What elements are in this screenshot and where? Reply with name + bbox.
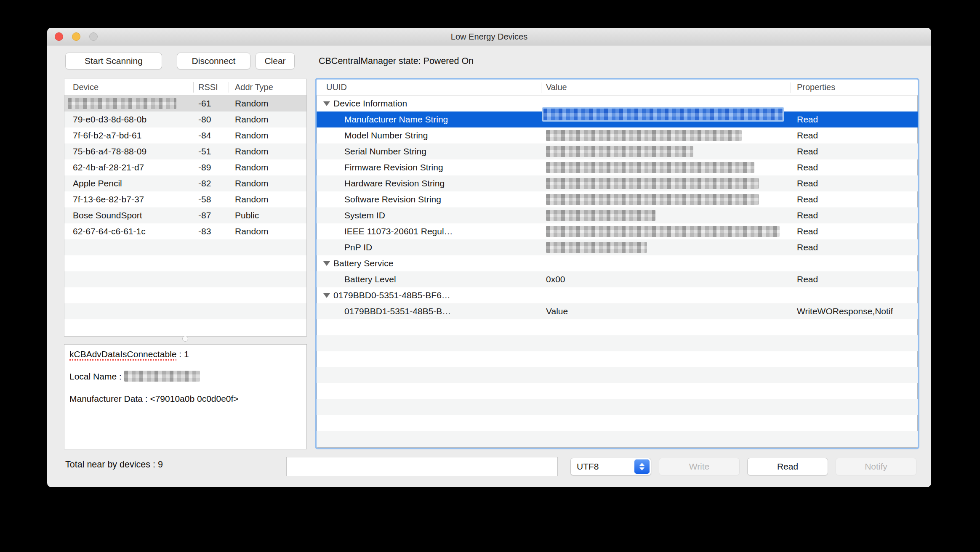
popup-stepper-icon: [634, 459, 650, 474]
redacted-value: [546, 146, 693, 157]
empty-row: [317, 319, 918, 335]
notify-button: Notify: [836, 458, 916, 475]
characteristic-row[interactable]: Hardware Revision StringRead: [317, 175, 918, 191]
column-header-rssi[interactable]: RSSI: [193, 82, 229, 92]
encoding-popup-label: UTF8: [577, 462, 599, 471]
redacted-value: [546, 178, 759, 189]
characteristic-row[interactable]: Battery Level0x00Read: [317, 271, 918, 287]
empty-row: [317, 383, 918, 399]
adv-manufacturer-data-line: Manufacturer Data : <79010a0b 0c0d0e0f>: [69, 393, 239, 405]
adv-connectable-value: : 1: [176, 349, 189, 359]
characteristic-row[interactable]: Model Number StringRead: [317, 127, 918, 143]
redacted-local-name: [124, 371, 200, 382]
empty-row: [64, 271, 306, 287]
characteristic-row[interactable]: Firmware Revision StringRead: [317, 159, 918, 175]
characteristic-row[interactable]: Serial Number StringRead: [317, 143, 918, 159]
redacted-value: [546, 226, 780, 237]
total-devices-label: Total near by devices : 9: [65, 459, 163, 470]
empty-row: [317, 415, 918, 431]
service-group-row[interactable]: Battery Service: [317, 255, 918, 271]
chevron-down-icon: [639, 467, 644, 470]
column-divider: [229, 82, 229, 93]
device-row[interactable]: Apple Pencil-82Random: [64, 175, 306, 191]
title-bar[interactable]: Low Energy Devices: [47, 28, 931, 45]
write-value-input[interactable]: [286, 457, 558, 476]
empty-row: [317, 399, 918, 415]
clear-button[interactable]: Clear: [256, 53, 295, 69]
device-row[interactable]: 62-67-64-c6-61-1c-83Random: [64, 223, 306, 239]
disclosure-triangle-icon[interactable]: [323, 101, 330, 106]
advertisement-data-panel: kCBAdvDataIsConnectable : 1 Local Name :…: [64, 344, 307, 449]
chevron-up-icon: [639, 463, 644, 466]
empty-row: [317, 335, 918, 351]
encoding-popup[interactable]: UTF8: [570, 458, 651, 475]
device-table-header[interactable]: Device RSSI Addr Type: [64, 79, 306, 96]
empty-row: [64, 319, 306, 335]
services-table-header[interactable]: UUID Value Properties: [317, 80, 918, 96]
column-header-value[interactable]: Value: [541, 82, 791, 92]
redacted-device-name: [68, 98, 176, 109]
adv-local-name-line: Local Name :: [69, 370, 200, 383]
empty-row: [317, 351, 918, 367]
empty-row: [317, 367, 918, 383]
device-row[interactable]: Bose SoundSport-87Public: [64, 207, 306, 223]
window-title: Low Energy Devices: [47, 28, 931, 45]
characteristic-row[interactable]: 0179BBD1-5351-48B5-B…ValueWriteWORespons…: [317, 303, 918, 319]
device-rows: -61Random79-e0-d3-8d-68-0b-80Random7f-6f…: [64, 96, 306, 335]
adv-connectable-key: kCBAdvDataIsConnectable: [69, 349, 176, 359]
column-header-addr-type[interactable]: Addr Type: [229, 82, 306, 92]
read-button[interactable]: Read: [747, 458, 828, 475]
empty-row: [317, 431, 918, 447]
empty-row: [64, 255, 306, 271]
start-scanning-button[interactable]: Start Scanning: [65, 53, 162, 69]
characteristic-row[interactable]: PnP IDRead: [317, 239, 918, 255]
device-table: Device RSSI Addr Type -61Random79-e0-d3-…: [64, 79, 307, 337]
column-divider: [791, 82, 791, 93]
disclosure-triangle-icon[interactable]: [323, 293, 330, 298]
disconnect-button[interactable]: Disconnect: [177, 53, 250, 69]
column-header-device[interactable]: Device: [64, 82, 193, 92]
service-rows: Device InformationManufacturer Name Stri…: [317, 96, 918, 447]
device-row[interactable]: 62-4b-af-28-21-d7-89Random: [64, 159, 306, 175]
app-window: Low Energy Devices Start Scanning Discon…: [47, 28, 931, 487]
write-button: Write: [659, 458, 740, 475]
device-row[interactable]: 79-e0-d3-8d-68-0b-80Random: [64, 111, 306, 127]
redacted-value: [542, 107, 784, 122]
device-row[interactable]: -61Random: [64, 96, 306, 111]
adv-connectable-line: kCBAdvDataIsConnectable : 1: [69, 348, 189, 361]
characteristic-row[interactable]: Software Revision StringRead: [317, 191, 918, 207]
empty-row: [64, 287, 306, 303]
services-table: UUID Value Properties Device Information…: [315, 78, 919, 449]
redacted-value: [546, 194, 759, 205]
redacted-value: [546, 210, 655, 221]
adv-local-name-key: Local Name :: [69, 372, 124, 381]
device-row[interactable]: 75-b6-a4-78-88-09-51Random: [64, 143, 306, 159]
characteristic-row[interactable]: System IDRead: [317, 207, 918, 223]
central-manager-state: CBCentralManager state: Powered On: [319, 53, 474, 69]
column-divider: [541, 82, 541, 93]
empty-row: [64, 303, 306, 319]
splitter-handle[interactable]: [182, 336, 188, 342]
column-divider: [193, 82, 194, 93]
service-group-row[interactable]: 0179BBD0-5351-48B5-BF6…: [317, 287, 918, 303]
column-header-properties[interactable]: Properties: [791, 82, 918, 92]
device-row[interactable]: 7f-13-6e-82-b7-37-58Random: [64, 191, 306, 207]
characteristic-row[interactable]: Manufacturer Name String.Read: [317, 111, 918, 127]
redacted-value: [546, 130, 742, 141]
column-header-uuid[interactable]: UUID: [317, 82, 541, 92]
redacted-value: [546, 162, 754, 173]
device-row[interactable]: 7f-6f-b2-a7-bd-61-84Random: [64, 127, 306, 143]
empty-row: [64, 239, 306, 255]
redacted-value: [546, 242, 647, 253]
disclosure-triangle-icon[interactable]: [323, 261, 330, 266]
characteristic-row[interactable]: IEEE 11073-20601 Regul…Read: [317, 223, 918, 239]
